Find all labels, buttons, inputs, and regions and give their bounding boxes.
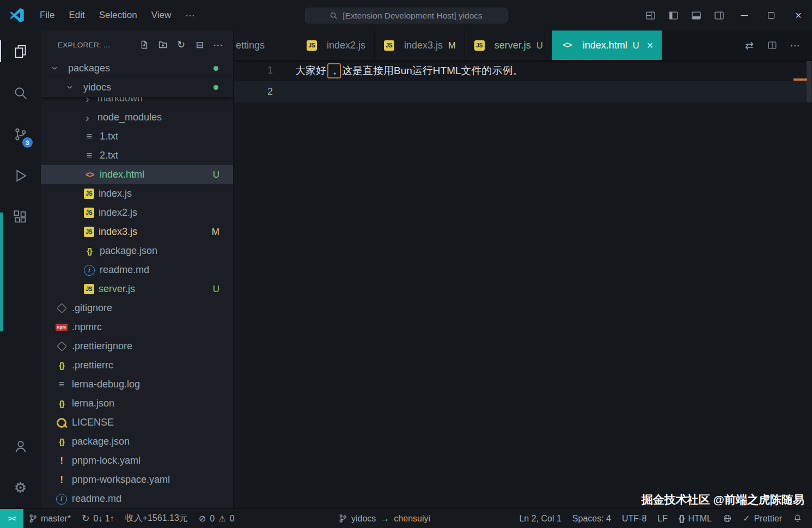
indentation-label: Spaces: 4 [572, 514, 611, 524]
run-debug-view-icon[interactable] [0, 155, 41, 196]
scrollbar-thumb[interactable] [807, 61, 811, 102]
project-author-status[interactable]: yidocs → chensuiyi [339, 509, 430, 528]
tree-item-lerna-debug-log[interactable]: lerna-debug.log [41, 375, 233, 394]
settings-gear-icon[interactable]: ⚙ [0, 467, 41, 508]
git-file-icon [56, 305, 68, 312]
json-file-icon [56, 399, 68, 408]
source-control-view-icon[interactable]: 3 [0, 113, 41, 155]
sync-status[interactable]: 0↓ 1↑ [76, 509, 120, 528]
tree-item-index3-js[interactable]: index3.js M [41, 222, 233, 241]
open-changes-icon[interactable] [739, 35, 760, 56]
problems-status[interactable]: 0 0 [193, 509, 240, 528]
tree-item-1-txt[interactable]: 1.txt [41, 127, 233, 146]
tree-item-prettierrc[interactable]: .prettierrc [41, 356, 233, 375]
tab-label: index3.js [404, 40, 443, 51]
git-modified-badge: M [212, 227, 219, 238]
tree-item-index-js[interactable]: index.js [41, 184, 233, 203]
eol-status[interactable]: LF [652, 509, 673, 528]
tree-item-markdown[interactable]: markdown [41, 97, 233, 108]
cursor-position-status[interactable]: Ln 2, Col 1 [514, 509, 566, 528]
collapse-all-icon[interactable] [191, 37, 208, 53]
branch-status[interactable]: master* [23, 509, 76, 528]
close-button[interactable]: × [785, 0, 812, 31]
tree-item-pnpm-workspace-yaml[interactable]: pnpm-workspace.yaml [41, 470, 233, 489]
explorer-more-actions-icon[interactable] [210, 37, 227, 53]
account-icon[interactable] [0, 426, 41, 467]
tree-item-npmrc[interactable]: .npmrc [41, 318, 233, 337]
tab-index-html-active[interactable]: index.html U × [552, 31, 663, 60]
author-label: chensuiyi [394, 514, 430, 524]
language-mode-status[interactable]: {} HTML [673, 509, 717, 528]
tree-item-lerna-json[interactable]: lerna.json [41, 394, 233, 413]
files-icon [13, 44, 28, 59]
file-name: index3.js [99, 226, 137, 238]
formatter-status[interactable]: Prettier [737, 509, 787, 528]
tab-index2-js[interactable]: index2.js [297, 31, 375, 60]
braces-icon: {} [679, 514, 684, 524]
encoding-status[interactable]: UTF-8 [616, 509, 652, 528]
file-name: pnpm-lock.yaml [72, 455, 141, 466]
extensions-icon [13, 210, 28, 224]
tree-item-node-modules[interactable]: node_modules [41, 108, 233, 127]
editor-pane[interactable]: 1 大家好，这是直接用Bun运行HTML文件的示例。 2 [234, 60, 812, 508]
text-file-icon [83, 131, 95, 142]
file-name: lerna.json [72, 398, 114, 409]
tab-index3-js[interactable]: index3.js M [375, 31, 465, 60]
tree-item-gitignore[interactable]: .gitignore [41, 299, 233, 318]
income-status[interactable]: 收入+1561.13元 [120, 509, 193, 528]
tree-item-index-html[interactable]: index.html U [41, 165, 233, 184]
command-center-text: [Extension Development Host] yidocs [343, 11, 483, 21]
minimize-button[interactable] [730, 0, 758, 31]
error-count: 0 [210, 514, 215, 524]
tree-item-2-txt[interactable]: 2.txt [41, 146, 233, 165]
customize-layout-icon[interactable] [639, 0, 662, 31]
command-center-search[interactable]: [Extension Development Host] yidocs [305, 8, 508, 23]
tree-item-packages[interactable]: packages [41, 59, 233, 78]
search-view-icon[interactable] [0, 72, 41, 113]
file-name: package.json [100, 245, 157, 257]
toggle-secondary-sidebar-icon[interactable] [707, 0, 730, 31]
toggle-panel-icon[interactable] [685, 0, 707, 31]
close-tab-icon[interactable]: × [647, 40, 654, 51]
new-file-icon[interactable] [136, 37, 152, 53]
readme-info-icon [83, 265, 95, 276]
tab-server-js[interactable]: server.js U [465, 31, 552, 60]
menu-file[interactable]: File [33, 6, 62, 25]
menu-more-icon[interactable]: ⋯ [178, 6, 202, 25]
tree-item-readme-md-root[interactable]: readme.md [41, 489, 233, 508]
refresh-icon[interactable] [173, 37, 190, 53]
toggle-primary-sidebar-icon[interactable] [662, 0, 685, 31]
new-folder-icon[interactable] [154, 37, 171, 53]
extensions-view-icon[interactable] [0, 196, 41, 238]
tree-item-license[interactable]: LICENSE [41, 413, 233, 432]
tree-item-package-json-root[interactable]: package.json [41, 432, 233, 451]
maximize-button[interactable] [758, 0, 785, 31]
menu-selection[interactable]: Selection [92, 6, 144, 25]
search-icon [329, 11, 338, 20]
notifications-status[interactable] [787, 509, 808, 528]
tab-settings[interactable]: ettings [234, 31, 297, 60]
vscode-window: File Edit Selection View ⋯ [Extension De… [0, 0, 812, 528]
editor-more-actions-icon[interactable] [785, 35, 805, 56]
tree-item-yidocs[interactable]: yidocs [41, 78, 233, 97]
tree-item-prettierignore[interactable]: .prettierignore [41, 337, 233, 356]
tree-item-package-json[interactable]: package.json [41, 241, 233, 260]
browser-status[interactable] [717, 509, 737, 528]
html-file-icon [561, 40, 573, 50]
js-file-icon [84, 208, 94, 218]
explorer-view-icon[interactable] [0, 31, 41, 72]
menu-edit[interactable]: Edit [62, 6, 91, 25]
menu-view[interactable]: View [144, 6, 179, 25]
indentation-status[interactable]: Spaces: 4 [567, 509, 616, 528]
html-file-icon [83, 170, 95, 180]
tree-item-readme-md[interactable]: readme.md [41, 260, 233, 280]
remote-indicator[interactable]: >< [0, 509, 23, 528]
split-editor-icon[interactable] [762, 35, 783, 56]
file-name: .prettierrc [72, 360, 113, 371]
tree-item-server-js[interactable]: server.js U [41, 280, 233, 299]
tree-item-index2-js[interactable]: index2.js [41, 203, 233, 222]
encoding-label: UTF-8 [622, 514, 646, 524]
folder-name: yidocs [83, 82, 111, 93]
cursor-position-label: Ln 2, Col 1 [519, 514, 561, 524]
tree-item-pnpm-lock-yaml[interactable]: pnpm-lock.yaml [41, 451, 233, 470]
